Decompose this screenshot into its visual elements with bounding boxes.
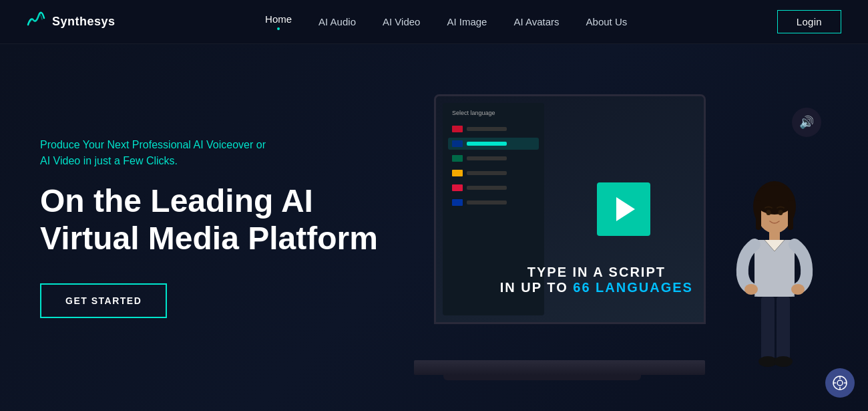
svg-rect-9 — [761, 297, 775, 364]
get-started-button[interactable]: GET STARTED — [40, 283, 167, 318]
nav-link-home[interactable]: Home — [265, 13, 292, 25]
nav-link-ai-avatars[interactable]: AI Avatars — [513, 16, 559, 27]
help-icon — [833, 376, 847, 390]
lang-label-5 — [467, 186, 507, 190]
video-play-button[interactable] — [597, 182, 650, 236]
hero-title-line1: On the Leading AI — [40, 183, 313, 219]
lang-row-3[interactable] — [448, 152, 539, 164]
hero-video-area: 🔊 Select language — [414, 94, 828, 375]
svg-rect-4 — [788, 200, 793, 230]
flag-2 — [452, 140, 463, 147]
flag-5 — [452, 184, 463, 191]
hero-section: Produce Your Next Professional AI Voiceo… — [0, 44, 868, 411]
laptop-screen: Select language — [434, 94, 706, 324]
laptop-base — [414, 360, 705, 375]
svg-point-12 — [774, 356, 793, 367]
nav-item-home[interactable]: Home — [265, 13, 292, 30]
hero-title-line2: Virtual Media Platform — [40, 221, 378, 256]
lang-label-4 — [467, 171, 507, 175]
hero-title: On the Leading AI Virtual Media Platform — [40, 182, 387, 256]
svg-rect-10 — [777, 297, 790, 364]
brand-logo[interactable]: Synthesys — [27, 10, 116, 34]
svg-rect-3 — [756, 200, 761, 230]
lang-label-1 — [467, 127, 507, 131]
svg-point-8 — [791, 284, 805, 295]
svg-point-16 — [837, 380, 843, 386]
nav-item-ai-audio[interactable]: AI Audio — [318, 16, 356, 28]
nav-links: Home AI Audio AI Video AI Image AI Avata… — [265, 13, 627, 30]
lang-row-6[interactable] — [448, 196, 539, 209]
flag-1 — [452, 126, 463, 132]
overlay-highlight: 66 LANGUAGES — [573, 280, 693, 295]
nav-item-ai-image[interactable]: AI Image — [447, 16, 487, 28]
overlay-line1: TYPE IN A SCRIPT — [489, 265, 704, 280]
nav-link-ai-video[interactable]: AI Video — [383, 16, 420, 27]
laptop-bottom-bar — [443, 375, 642, 380]
lang-row-5[interactable] — [448, 182, 539, 194]
nav-active-indicator — [277, 27, 280, 30]
lang-row-1[interactable] — [448, 123, 539, 135]
hero-subtitle: Produce Your Next Professional AI Voiceo… — [40, 137, 387, 169]
help-button[interactable] — [825, 368, 855, 398]
video-overlay: TYPE IN A SCRIPT IN UP TO 66 LANGUAGES — [489, 265, 704, 295]
svg-point-13 — [767, 210, 771, 215]
navbar: Synthesys Home AI Audio AI Video AI Imag… — [0, 0, 868, 44]
sound-icon: 🔊 — [799, 115, 814, 130]
nav-item-ai-video[interactable]: AI Video — [383, 16, 420, 28]
nav-item-ai-avatars[interactable]: AI Avatars — [513, 16, 559, 28]
sound-button[interactable]: 🔊 — [792, 108, 821, 137]
brand-icon — [27, 10, 47, 34]
svg-point-7 — [744, 284, 758, 295]
lang-row-2[interactable] — [448, 138, 539, 150]
svg-point-14 — [779, 210, 783, 215]
overlay-prefix: IN UP TO — [500, 280, 574, 295]
flag-3 — [452, 155, 463, 162]
overlay-line2: IN UP TO 66 LANGUAGES — [489, 280, 704, 295]
avatar-svg — [721, 174, 828, 375]
screen-inner: Select language — [436, 96, 704, 322]
lang-row-4[interactable] — [448, 167, 539, 179]
nav-item-about-us[interactable]: About Us — [586, 16, 628, 28]
nav-link-about-us[interactable]: About Us — [586, 16, 628, 27]
hero-content: Produce Your Next Professional AI Voiceo… — [40, 137, 387, 317]
play-triangle-icon — [616, 197, 635, 221]
nav-link-ai-audio[interactable]: AI Audio — [318, 16, 356, 27]
login-button[interactable]: Login — [777, 10, 841, 33]
avatar-person — [721, 174, 828, 375]
flag-6 — [452, 199, 463, 206]
lang-label-2 — [467, 142, 507, 146]
lang-label-6 — [467, 200, 507, 204]
brand-name: Synthesys — [52, 15, 116, 29]
flag-4 — [452, 170, 463, 176]
nav-link-ai-image[interactable]: AI Image — [447, 16, 487, 27]
lang-label-3 — [467, 156, 507, 160]
laptop-mockup: Select language — [414, 94, 745, 375]
